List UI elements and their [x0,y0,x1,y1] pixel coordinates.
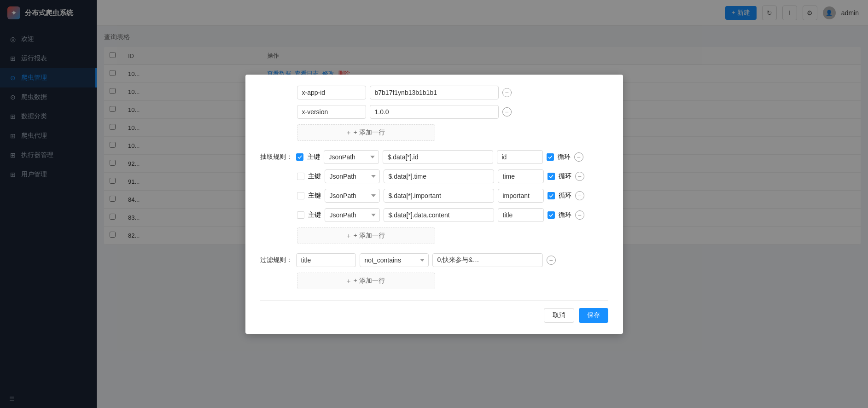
remove-header-2-button[interactable]: − [502,107,512,117]
add-header-row-button[interactable]: + + 添加一行 [297,124,435,141]
filter-operator-1[interactable]: not_contains contains equals [360,253,429,267]
loop-checkbox-1[interactable] [547,153,554,161]
extraction-section: 抽取规则： 主键 JsonPath 循环 − 主键 [260,150,608,244]
extraction-label: 抽取规则： [260,153,292,161]
extraction-field-4[interactable] [498,208,544,222]
add-extraction-label: + 添加一行 [354,232,385,240]
remove-filter-1-button[interactable]: − [547,256,556,265]
primary-label-1: 主键 [307,153,320,161]
extraction-type-1[interactable]: JsonPath [324,150,379,164]
extraction-field-2[interactable] [498,169,544,183]
extraction-path-3[interactable] [384,189,494,203]
extraction-path-2[interactable] [384,169,494,183]
extraction-row-2: 主键 JsonPath 循环 − [297,169,608,183]
loop-label-1: 循环 [558,153,571,161]
remove-extraction-1-button[interactable]: − [574,152,583,162]
modal-overlay: − x-version 1.0.0 − + + 添加一行 抽取规则： 主键 [0,0,868,408]
add-filter-icon: + [347,277,350,285]
loop-checkbox-2[interactable] [548,173,555,180]
extraction-row-4: 主键 JsonPath 循环 − [297,208,608,222]
header-value-2[interactable]: 1.0.0 [370,105,499,119]
header-value-1[interactable] [370,86,499,99]
filter-field-1[interactable] [296,253,356,267]
modal-footer: 取消 保存 [260,300,608,323]
filter-value-1[interactable] [432,253,543,267]
extraction-path-4[interactable] [384,208,494,222]
header-row-1: − [297,86,608,99]
add-filter-label: + 添加一行 [354,277,385,285]
primary-checkbox-2[interactable] [297,173,304,180]
loop-checkbox-3[interactable] [548,192,555,199]
filter-row-1: 过滤规则： not_contains contains equals − [260,253,608,267]
extraction-type-2[interactable]: JsonPath [325,169,380,183]
extraction-field-1[interactable] [497,150,543,164]
add-extraction-row-button[interactable]: + + 添加一行 [297,227,435,244]
header-row-2: x-version 1.0.0 − [297,105,608,119]
remove-extraction-4-button[interactable]: − [575,210,584,220]
filter-section: 过滤规则： not_contains contains equals − + +… [260,253,608,289]
extraction-field-3[interactable] [498,189,544,203]
remove-extraction-3-button[interactable]: − [575,191,584,200]
extraction-row-3: 主键 JsonPath 循环 − [297,189,608,203]
edit-modal: − x-version 1.0.0 − + + 添加一行 抽取规则： 主键 [245,75,623,334]
extraction-path-1[interactable] [383,150,493,164]
primary-checkbox-1[interactable] [296,153,303,161]
primary-label-4: 主键 [308,211,321,219]
remove-extraction-2-button[interactable]: − [575,172,584,181]
filter-label: 过滤规则： [260,256,292,264]
extraction-type-4[interactable]: JsonPath [325,208,380,222]
loop-label-4: 循环 [559,211,571,219]
save-button[interactable]: 保存 [579,308,608,323]
loop-label-3: 循环 [559,192,571,200]
primary-checkbox-4[interactable] [297,211,304,219]
extraction-row-1: 抽取规则： 主键 JsonPath 循环 − [260,150,608,164]
loop-checkbox-4[interactable] [548,211,555,219]
primary-checkbox-3[interactable] [297,192,304,199]
primary-label-3: 主键 [308,192,321,200]
remove-header-1-button[interactable]: − [502,88,512,97]
add-filter-row-button[interactable]: + + 添加一行 [297,273,435,289]
cancel-button[interactable]: 取消 [544,308,574,323]
add-extraction-icon: + [347,232,350,239]
add-header-label: + 添加一行 [354,128,385,137]
add-header-icon: + [347,129,350,136]
header-key-1[interactable] [297,86,366,99]
loop-label-2: 循环 [559,172,571,181]
header-key-2[interactable]: x-version [297,105,366,119]
primary-label-2: 主键 [308,172,321,181]
extraction-type-3[interactable]: JsonPath [325,189,380,203]
